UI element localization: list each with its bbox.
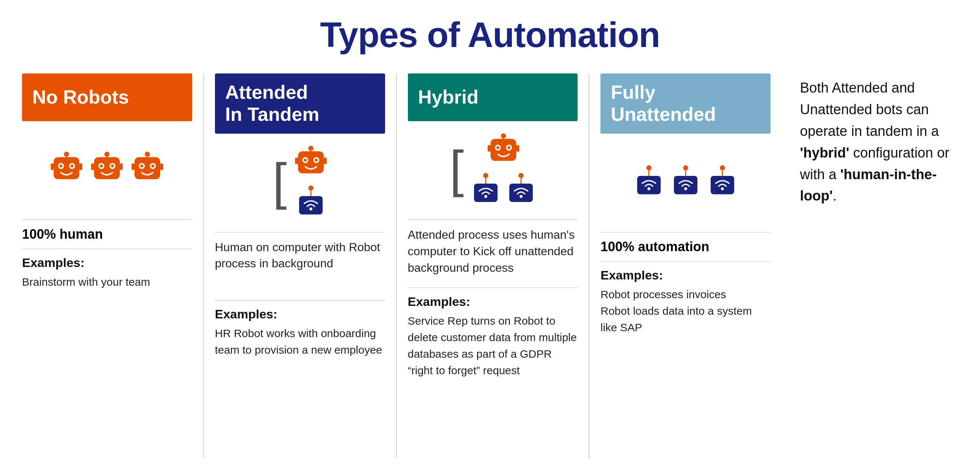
header-text-attended: Attended In Tandem: [225, 81, 319, 125]
svg-point-74: [683, 165, 688, 170]
svg-point-32: [145, 152, 150, 157]
svg-point-78: [720, 165, 725, 170]
svg-rect-30: [120, 163, 123, 170]
header-hybrid: Hybrid: [408, 73, 578, 121]
bracket-left-hybrid: [: [449, 143, 464, 195]
svg-point-45: [304, 159, 307, 162]
svg-point-23: [104, 152, 110, 157]
header-text-hybrid: Hybrid: [418, 86, 479, 108]
svg-point-27: [100, 165, 103, 167]
icons-no-robots: [22, 132, 192, 206]
svg-point-70: [646, 165, 652, 170]
examples-text-unattended: Robot processes invoices Robot loads dat…: [600, 286, 770, 336]
unattended-bot-icon-3: [708, 165, 737, 198]
divider-3: [215, 232, 385, 232]
svg-rect-80: [711, 176, 734, 194]
divider-1: [22, 220, 192, 220]
icons-attended: [: [215, 145, 385, 218]
svg-point-49: [308, 186, 313, 190]
col-hybrid: Hybrid [: [397, 73, 590, 458]
two-unattended-hybrid: [471, 173, 536, 206]
divider-8: [600, 261, 770, 262]
svg-point-77: [684, 187, 687, 190]
examples-label-hybrid: Examples:: [408, 295, 578, 309]
examples-text-hybrid: Service Rep turns on Robot to delete cus…: [408, 313, 578, 379]
unattended-bot-hybrid-1: [471, 173, 501, 206]
divider-6: [408, 287, 578, 288]
icons-hybrid: [: [408, 132, 578, 206]
stacked-robots-attended: [294, 145, 328, 218]
examples-text-attended: HR Robot works with onboarding team to p…: [215, 325, 385, 358]
svg-point-69: [520, 195, 522, 198]
header-unattended: Fully Unattended: [600, 73, 770, 134]
svg-rect-72: [637, 176, 661, 194]
svg-point-73: [648, 187, 651, 190]
svg-point-66: [519, 173, 523, 178]
header-no-robots: No Robots: [22, 73, 192, 121]
divider-5: [408, 220, 578, 220]
columns-wrapper: No Robots: [22, 73, 958, 458]
divider-7: [600, 232, 770, 232]
divider-2: [22, 249, 192, 249]
examples-text-no-robots: Brainstorm with your team: [22, 274, 192, 290]
svg-point-41: [308, 146, 313, 151]
attended-bot-icon-3: [131, 151, 164, 187]
svg-rect-64: [474, 184, 498, 202]
svg-rect-47: [295, 157, 298, 164]
svg-rect-68: [509, 184, 533, 202]
header-attended: Attended In Tandem: [215, 73, 385, 134]
unattended-bot-icon-1: [634, 165, 663, 198]
svg-point-58: [496, 146, 500, 149]
svg-rect-38: [132, 163, 135, 170]
examples-label-attended: Examples:: [215, 307, 385, 321]
svg-rect-29: [91, 163, 94, 170]
no-robots-icons-row: [50, 151, 164, 187]
unattended-icons-row: [634, 165, 737, 198]
svg-rect-51: [299, 196, 323, 214]
col-unattended: Fully Unattended: [589, 73, 781, 458]
svg-rect-48: [324, 157, 327, 164]
col-attended: Attended In Tandem [: [204, 73, 397, 458]
svg-point-37: [151, 165, 154, 167]
svg-point-36: [140, 165, 143, 167]
bracket-left-attended: [: [273, 156, 287, 207]
desc-hybrid: Attended process uses human's computer t…: [408, 227, 578, 278]
svg-point-19: [70, 165, 73, 167]
svg-point-14: [64, 152, 69, 157]
svg-point-59: [508, 146, 511, 149]
svg-point-28: [111, 165, 114, 167]
svg-point-81: [721, 187, 724, 190]
divider-4: [215, 300, 385, 300]
svg-point-18: [59, 165, 62, 167]
stat-no-robots: 100% human: [22, 227, 192, 242]
desc-attended: Human on computer with Robot process in …: [215, 239, 385, 290]
svg-point-54: [501, 133, 506, 138]
svg-point-62: [483, 173, 488, 178]
header-text-unattended: Fully Unattended: [611, 81, 716, 125]
side-text: Both Attended and Unattended bots can op…: [800, 77, 958, 207]
svg-rect-20: [51, 163, 54, 170]
svg-point-65: [484, 195, 487, 198]
stacked-robots-hybrid: [471, 132, 536, 206]
svg-point-46: [315, 159, 318, 162]
svg-rect-60: [488, 145, 490, 152]
svg-rect-21: [80, 163, 82, 170]
svg-rect-76: [674, 176, 697, 194]
icons-unattended: [600, 145, 770, 218]
examples-label-no-robots: Examples:: [22, 256, 192, 270]
svg-point-52: [309, 208, 312, 210]
header-text-no-robots: No Robots: [32, 86, 129, 108]
side-text-column: Both Attended and Unattended bots can op…: [781, 73, 958, 458]
unattended-bot-hybrid-2: [506, 173, 536, 206]
col-no-robots: No Robots: [22, 73, 204, 458]
svg-rect-61: [516, 145, 519, 152]
page-title: Types of Automation: [320, 15, 660, 55]
attended-bot-icon-1: [50, 151, 83, 187]
attended-bot-icon-2: [91, 151, 124, 187]
attended-bot-icon-hybrid: [487, 132, 520, 169]
unattended-bot-icon-tandem: [296, 185, 326, 218]
stat-unattended: 100% automation: [600, 239, 770, 254]
svg-rect-39: [160, 163, 163, 170]
attended-bot-icon-tandem: [294, 145, 328, 181]
unattended-bot-icon-2: [671, 165, 700, 198]
